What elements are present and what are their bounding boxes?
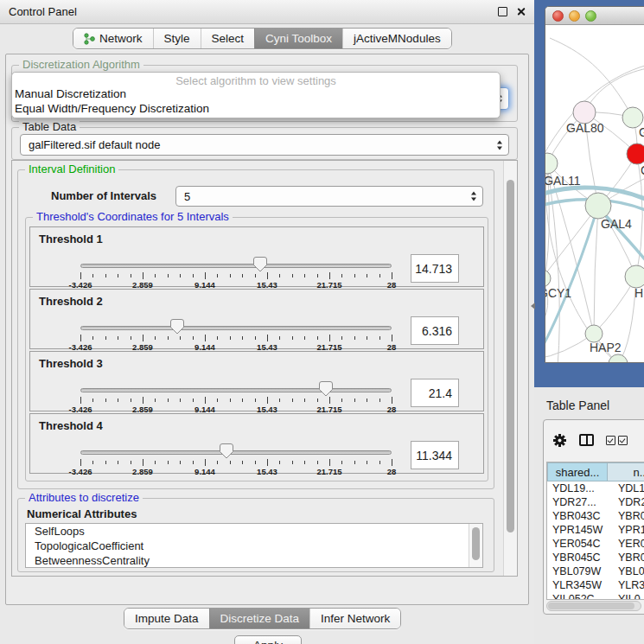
- tick-mark: [304, 336, 305, 340]
- tick-mark: [379, 461, 380, 464]
- network-node[interactable]: [627, 143, 644, 164]
- table-row[interactable]: YIL052CYIL0...: [547, 592, 644, 600]
- network-canvas[interactable]: GAL80GACGAL11GAL4GCY1HHAP2: [545, 25, 644, 363]
- table-row[interactable]: YPR145WYPR1...: [547, 523, 644, 537]
- tick-mark: [180, 274, 181, 277]
- tab-network[interactable]: Network: [73, 29, 153, 48]
- close-icon[interactable]: [516, 7, 526, 16]
- settings-scrollbar-thumb[interactable]: [507, 180, 514, 532]
- table-row[interactable]: YLR345WYLR3...: [547, 578, 644, 592]
- attributes-scrollbar[interactable]: [469, 524, 482, 567]
- number-of-intervals-select[interactable]: 5: [175, 186, 483, 207]
- slider-thumb[interactable]: [253, 257, 267, 272]
- tab-label: Cyni Toolbox: [265, 32, 332, 45]
- table-row[interactable]: YBR043CYBR0...: [547, 509, 644, 523]
- tab-infer-network[interactable]: Infer Network: [309, 609, 400, 628]
- slider-track[interactable]: [80, 326, 392, 330]
- tick-mark: [367, 336, 367, 340]
- tab-style[interactable]: Style: [153, 29, 201, 48]
- tick-mark: [267, 335, 268, 341]
- split-columns-icon[interactable]: [579, 434, 594, 446]
- algorithm-option-manual[interactable]: Manual Discretization: [12, 87, 500, 102]
- table-header-row: shared... n...: [547, 462, 644, 481]
- threshold-slider[interactable]: -3.4262.8599.14415.4321.71528: [80, 257, 392, 288]
- tab-select[interactable]: Select: [201, 29, 255, 48]
- threshold-value-field[interactable]: 11.344: [411, 441, 459, 469]
- zoom-traffic-light-icon[interactable]: [585, 10, 596, 22]
- network-node[interactable]: [609, 354, 628, 363]
- tick-mark: [292, 399, 293, 402]
- select-columns-icon[interactable]: [606, 436, 628, 445]
- interval-definition-group: Interval Definition Number of Intervals …: [17, 169, 494, 489]
- attributes-scrollbar-thumb[interactable]: [472, 527, 480, 560]
- combo-stepper-icon: [471, 192, 476, 201]
- tab-impute-data[interactable]: Impute Data: [124, 609, 209, 628]
- tick-mark: [155, 461, 156, 464]
- tab-cyni-toolbox[interactable]: Cyni Toolbox: [254, 29, 342, 48]
- slider-thumb[interactable]: [170, 319, 184, 335]
- slider-track[interactable]: [80, 264, 392, 268]
- table-row[interactable]: YBR045CYBR0...: [547, 551, 644, 564]
- network-window: GAL80GACGAL11GAL4GCY1HHAP2: [545, 6, 644, 363]
- tick-mark: [242, 274, 243, 277]
- close-traffic-light-icon[interactable]: [552, 10, 564, 22]
- network-node[interactable]: [625, 265, 644, 288]
- slider-track[interactable]: [80, 450, 392, 455]
- slider-track[interactable]: [80, 388, 392, 392]
- panel-divider-handle-icon[interactable]: [531, 303, 535, 309]
- table-hscrollbar[interactable]: [546, 601, 641, 611]
- attribute-item[interactable]: TopologicalCoefficient: [26, 539, 482, 553]
- network-node[interactable]: [585, 325, 603, 342]
- gear-icon[interactable]: [552, 433, 567, 448]
- float-window-icon[interactable]: [498, 7, 507, 16]
- tick-mark: [279, 399, 280, 402]
- threshold-slider[interactable]: -3.4262.8599.14415.4321.71528: [80, 381, 392, 412]
- slider-thumb[interactable]: [319, 381, 333, 397]
- numerical-attributes-list[interactable]: SelfLoopsTopologicalCoefficientBetweenne…: [25, 523, 483, 568]
- threshold-value-field[interactable]: 14.713: [411, 254, 459, 283]
- tick-mark: [329, 335, 330, 341]
- tab-jactivemnodules[interactable]: jActiveMNodules: [342, 29, 451, 48]
- tick-mark: [143, 335, 143, 341]
- table-row[interactable]: YBL079WYBL0...: [547, 564, 644, 578]
- tick-label: 15.43: [257, 467, 277, 476]
- tick-mark: [168, 274, 169, 277]
- table-data-select[interactable]: galFiltered.sif default node: [20, 134, 509, 156]
- network-node[interactable]: [585, 193, 611, 219]
- number-of-intervals-label: Number of Intervals: [51, 189, 156, 202]
- table-row[interactable]: YDL19...YDL1...: [547, 481, 644, 495]
- threshold-slider[interactable]: -3.4262.8599.14415.4321.71528: [80, 319, 392, 350]
- threshold-value-field[interactable]: 6.316: [411, 316, 459, 345]
- minimize-traffic-light-icon[interactable]: [569, 10, 580, 22]
- tick-mark: [354, 461, 355, 464]
- settings-scrollbar[interactable]: [503, 161, 517, 576]
- table-hscrollbar-thumb[interactable]: [548, 603, 634, 609]
- tick-mark: [180, 336, 181, 340]
- table-toolbar: [544, 420, 644, 460]
- column-header-name[interactable]: n...: [608, 462, 644, 481]
- table-row[interactable]: YER054CYER0...: [547, 537, 644, 551]
- table-row[interactable]: YDR27...YDR2...: [547, 495, 644, 509]
- threshold-value-field[interactable]: 21.4: [411, 379, 459, 407]
- tick-mark: [217, 399, 218, 402]
- network-edge[interactable]: [545, 206, 598, 278]
- table-cell: YIL0...: [608, 592, 644, 600]
- node-table[interactable]: shared... n... YDL19...YDL1...YDR27...YD…: [546, 462, 644, 600]
- algorithm-option-equal-width[interactable]: Equal Width/Frequency Discretization: [12, 102, 500, 117]
- table-data-value: galFiltered.sif default node: [29, 138, 160, 151]
- column-header-shared-name[interactable]: shared...: [547, 462, 608, 481]
- network-window-titlebar[interactable]: [545, 7, 644, 25]
- tab-discretize-data[interactable]: Discretize Data: [209, 609, 310, 628]
- threshold-slider[interactable]: -3.4262.8599.14415.4321.71528: [80, 443, 392, 475]
- network-node[interactable]: [545, 153, 558, 174]
- apply-button[interactable]: Apply: [234, 635, 302, 644]
- network-node[interactable]: [545, 270, 551, 287]
- attribute-item[interactable]: BetweennessCentrality: [26, 553, 482, 568]
- network-edge[interactable]: [594, 206, 598, 334]
- tick-mark: [354, 399, 355, 402]
- slider-thumb[interactable]: [220, 443, 233, 459]
- tick-mark: [92, 336, 93, 340]
- tab-label: Network: [99, 32, 143, 45]
- tick-mark: [205, 335, 206, 341]
- attribute-item[interactable]: SelfLoops: [26, 524, 482, 539]
